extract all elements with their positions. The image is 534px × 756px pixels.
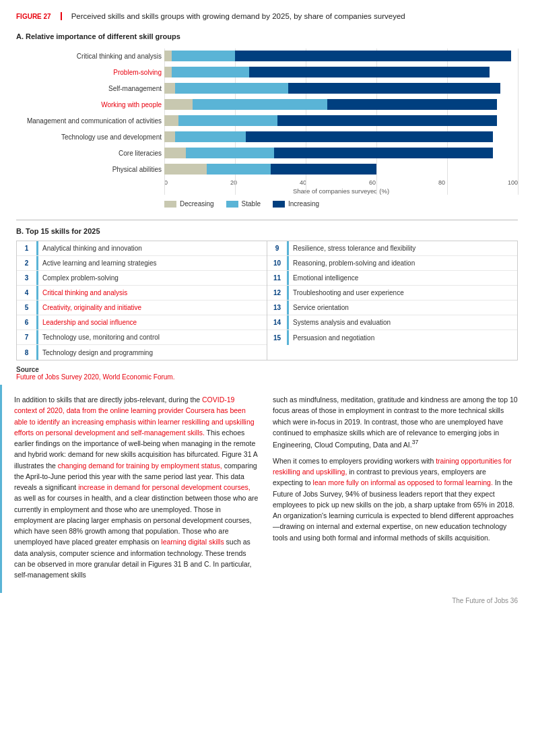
legend-label-increasing: Increasing [288, 200, 319, 208]
bar-stable-4 [178, 115, 277, 126]
skill-row-right-2: 11Emotional intelligence [267, 271, 517, 286]
legend-increasing: Increasing [273, 200, 319, 208]
body-col-left: In addition to skills that are directly … [14, 394, 259, 586]
skill-num-3: 3 [17, 271, 38, 285]
skill-row-left-1: 2Active learning and learning strategies [17, 256, 267, 271]
bar-decreasing-4 [164, 115, 178, 126]
bar-track-0 [164, 51, 518, 61]
bar-track-7 [164, 164, 518, 175]
bar-track-4 [164, 115, 518, 126]
skill-name-r-12: Troubleshooting and user experience [289, 286, 517, 299]
x-tick-40: 40 [300, 179, 306, 186]
skill-num-6: 6 [17, 315, 38, 329]
highlight-increase: increase in demand for personal developm… [78, 483, 251, 491]
skill-row-right-1: 10Reasoning, problem-solving and ideatio… [267, 256, 517, 271]
legend-decreasing: Decreasing [164, 200, 214, 208]
skill-row-left-3: 4Critical thinking and analysis [17, 286, 267, 301]
body-right-para1: such as mindfulness, meditation, gratitu… [273, 394, 518, 450]
bar-label-2: Self-management [16, 85, 162, 92]
highlight-changing: changing demand for training by employme… [58, 462, 222, 470]
skill-num-r-11: 11 [267, 271, 289, 285]
bar-row-2: Self-management [164, 81, 518, 96]
skill-name-6: Leadership and social influence [38, 316, 267, 329]
skill-name-7: Technology use, monitoring and control [38, 331, 267, 344]
legend-swatch-increasing [273, 201, 285, 208]
chart-legend: Decreasing Stable Increasing [16, 200, 518, 208]
x-tick-80: 80 [438, 179, 445, 186]
skill-row-left-7: 8Technology design and programming [17, 345, 267, 360]
highlight-covid: COVID-19 context of 2020, data from the … [14, 396, 255, 437]
bar-label-5: Technology use and development [16, 133, 162, 141]
skills-right: 9Resilience, stress tolerance and flexib… [267, 241, 517, 360]
skill-name-r-9: Resilience, stress tolerance and flexibi… [289, 242, 517, 255]
skill-row-left-6: 7Technology use, monitoring and control [17, 330, 267, 345]
skill-row-left-5: 6Leadership and social influence [17, 315, 267, 330]
legend-label-decreasing: Decreasing [180, 200, 214, 208]
skill-row-right-3: 12Troubleshooting and user experience [267, 286, 517, 301]
x-tick-0: 0 [164, 179, 168, 186]
skill-num-r-14: 14 [267, 315, 289, 329]
bar-stable-5 [175, 131, 246, 142]
bar-label-1: Problem-solving [16, 69, 162, 76]
bar-stable-2 [175, 83, 288, 94]
section-a-heading: A. Relative importance of different skil… [16, 32, 518, 40]
skill-name-1: Analytical thinking and innovation [38, 242, 267, 255]
bar-row-0: Critical thinking and analysis [164, 49, 518, 63]
divider-top [16, 220, 518, 220]
bar-track-5 [164, 131, 518, 142]
bar-increasing-4 [277, 115, 497, 126]
legend-stable: Stable [226, 200, 261, 208]
skill-num-1: 1 [17, 241, 38, 255]
gridline-100 [518, 49, 519, 195]
body-left-para: In addition to skills that are directly … [14, 394, 259, 581]
skill-num-r-13: 13 [267, 301, 289, 315]
body-text-section: In addition to skills that are directly … [0, 385, 534, 593]
body-text-inner: In addition to skills that are directly … [2, 385, 534, 593]
skill-name-8: Technology design and programming [38, 346, 267, 359]
skill-num-8: 8 [17, 345, 38, 360]
skill-name-r-11: Emotional intelligence [289, 272, 517, 284]
bar-decreasing-5 [164, 131, 175, 142]
legend-swatch-decreasing [164, 201, 176, 208]
bar-label-0: Critical thinking and analysis [16, 53, 162, 60]
figure-header: FIGURE 27 Perceived skills and skills gr… [0, 0, 534, 27]
page-footer: The Future of Jobs 36 [0, 593, 534, 608]
bar-decreasing-2 [164, 83, 175, 94]
skill-row-right-4: 13Service orientation [267, 301, 517, 315]
bar-row-3: Working with people [164, 97, 518, 112]
skill-num-2: 2 [17, 256, 38, 270]
bar-rows: Critical thinking and analysisProblem-so… [164, 49, 518, 177]
skill-row-left-0: 1Analytical thinking and innovation [17, 241, 267, 256]
skill-name-2: Active learning and learning strategies [38, 257, 267, 270]
skill-num-r-12: 12 [267, 286, 289, 300]
highlight-training: training opportunities for reskilling an… [273, 457, 512, 476]
bar-label-7: Physical abilities [16, 166, 162, 173]
footer-text: The Future of Jobs 36 [452, 597, 518, 604]
legend-swatch-stable [226, 201, 238, 208]
bar-stable-3 [193, 99, 327, 110]
bar-label-4: Management and communication of activiti… [16, 117, 162, 125]
bar-row-5: Technology use and development [164, 129, 518, 144]
bar-row-1: Problem-solving [164, 65, 518, 80]
section-b-wrapper: B. Top 15 skills for 2025 1Analytical th… [0, 220, 534, 360]
bar-increasing-3 [327, 99, 497, 110]
x-axis-ticks: 0 20 40 60 80 100 [164, 179, 518, 186]
x-tick-60: 60 [369, 179, 376, 186]
x-tick-20: 20 [230, 179, 237, 186]
bar-decreasing-0 [164, 51, 172, 61]
skills-left: 1Analytical thinking and innovation2Acti… [17, 241, 267, 360]
bar-decreasing-3 [164, 99, 193, 110]
bar-track-6 [164, 148, 518, 158]
skill-row-left-4: 5Creativity, originality and initiative [17, 301, 267, 315]
bar-increasing-1 [249, 67, 490, 77]
bar-stable-7 [207, 164, 271, 175]
bar-increasing-7 [271, 164, 377, 175]
skill-num-r-9: 9 [267, 241, 289, 255]
body-col-right: such as mindfulness, meditation, gratitu… [273, 394, 518, 586]
highlight-learning: learning digital skills [161, 538, 224, 546]
section-b-heading: B. Top 15 skills for 2025 [16, 227, 518, 235]
skill-num-5: 5 [17, 301, 38, 315]
skill-num-7: 7 [17, 330, 38, 344]
bar-increasing-0 [235, 51, 511, 61]
source-label: Source [16, 366, 518, 373]
